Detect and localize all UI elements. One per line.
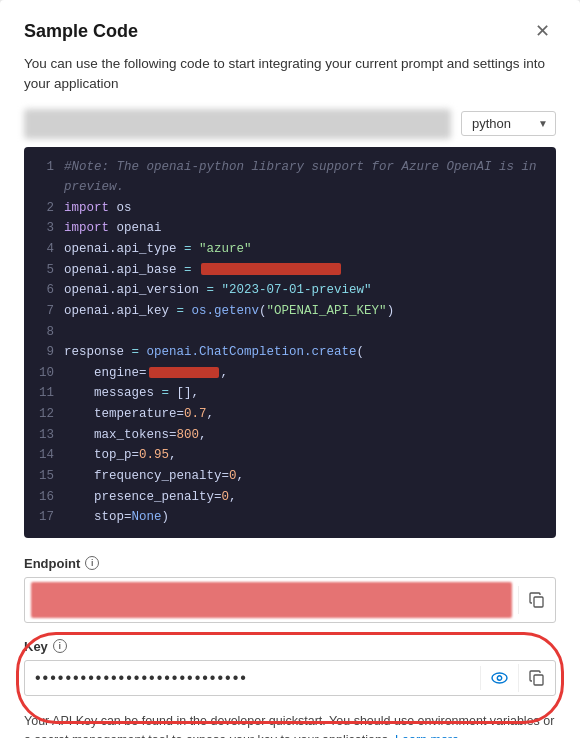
code-line-1b: preview.: [38, 177, 542, 198]
svg-rect-0: [534, 597, 543, 607]
endpoint-field-wrapper: [24, 577, 556, 623]
endpoint-info-icon[interactable]: i: [85, 556, 99, 570]
sample-code-dialog: Sample Code ✕ You can use the following …: [0, 0, 580, 738]
code-line-9: 9 response = openai.ChatCompletion.creat…: [38, 342, 542, 363]
code-line-5: 5 openai.api_base =: [38, 260, 542, 281]
code-line-10: 10 engine=,: [38, 363, 542, 384]
code-line-14: 14 top_p=0.95,: [38, 445, 542, 466]
dialog-description: You can use the following code to start …: [0, 54, 580, 109]
code-line-16: 16 presence_penalty=0,: [38, 487, 542, 508]
dialog-header: Sample Code ✕: [0, 0, 580, 54]
code-line-3: 3 import openai: [38, 218, 542, 239]
key-dots-value: ••••••••••••••••••••••••••••: [25, 661, 480, 695]
blurred-placeholder: [24, 109, 451, 139]
key-copy-button[interactable]: [518, 664, 555, 692]
svg-point-1: [492, 673, 507, 683]
code-line-1: 1 #Note: The openai-python library suppo…: [38, 157, 542, 178]
code-line-4: 4 openai.api_type = "azure": [38, 239, 542, 260]
eye-icon: [491, 672, 508, 684]
code-line-17: 17 stop=None): [38, 507, 542, 528]
language-selector-wrapper: python javascript csharp ▼: [461, 111, 556, 136]
code-line-15: 15 frequency_penalty=0,: [38, 466, 542, 487]
api-key-note: Your API Key can be found in the develop…: [0, 712, 580, 738]
code-line-11: 11 messages = [],: [38, 383, 542, 404]
endpoint-label: Endpoint i: [0, 556, 580, 577]
endpoint-copy-button[interactable]: [518, 586, 555, 614]
key-field-wrapper: ••••••••••••••••••••••••••••: [24, 660, 556, 696]
language-selector-row: python javascript csharp ▼: [0, 109, 580, 147]
code-line-8: 8: [38, 322, 542, 343]
copy-icon: [529, 670, 545, 686]
code-line-2: 2 import os: [38, 198, 542, 219]
code-block: 1 #Note: The openai-python library suppo…: [24, 147, 556, 538]
svg-rect-3: [534, 675, 543, 685]
endpoint-input-row: [24, 577, 556, 623]
dialog-title: Sample Code: [24, 21, 138, 42]
key-section-label: Key i: [0, 639, 580, 660]
code-line-12: 12 temperature=0.7,: [38, 404, 542, 425]
learn-more-link[interactable]: Learn more: [395, 733, 459, 738]
language-select[interactable]: python javascript csharp: [461, 111, 556, 136]
code-line-6: 6 openai.api_version = "2023-07-01-previ…: [38, 280, 542, 301]
copy-icon: [529, 592, 545, 608]
key-info-icon[interactable]: i: [53, 639, 67, 653]
code-line-7: 7 openai.api_key = os.getenv("OPENAI_API…: [38, 301, 542, 322]
endpoint-redacted-value: [31, 582, 512, 618]
close-icon-button[interactable]: ✕: [529, 18, 556, 44]
svg-point-2: [497, 676, 501, 680]
key-input-row: ••••••••••••••••••••••••••••: [24, 660, 556, 696]
code-line-13: 13 max_tokens=800,: [38, 425, 542, 446]
key-reveal-button[interactable]: [480, 666, 518, 690]
